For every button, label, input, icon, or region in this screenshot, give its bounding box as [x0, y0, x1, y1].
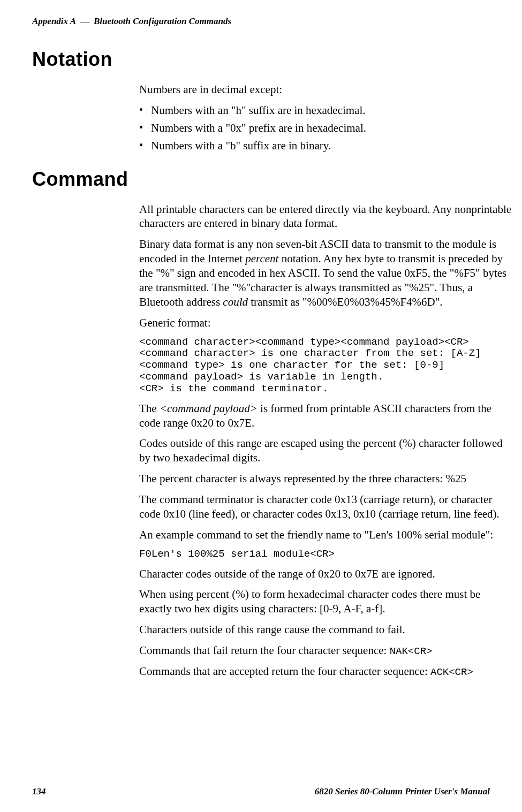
notation-bullets: Numbers with an "h" suffix are in hexade… — [139, 103, 514, 153]
inline-code: NAK<CR> — [390, 646, 433, 657]
inline-code: ACK<CR> — [430, 666, 473, 678]
command-p4: Codes outside of this range are escaped … — [139, 436, 514, 465]
list-item: Numbers with a "b" suffix are in binary. — [139, 139, 514, 153]
text-em: could — [223, 295, 248, 308]
page-footer: 134 6820 Series 80-Column Printer User's… — [32, 786, 490, 797]
command-p8: Character codes outside of the range of … — [139, 567, 514, 581]
command-p11: Commands that fail return the four chara… — [139, 643, 514, 658]
footer-title: 6820 Series 80-Column Printer User's Man… — [315, 786, 490, 797]
notation-body: Numbers are in decimal except: Numbers w… — [139, 82, 514, 153]
command-body: All printable characters can be entered … — [139, 202, 514, 679]
running-head-sep: — — [76, 16, 94, 26]
text-em: <command payload> — [160, 402, 258, 415]
list-item: Numbers with an "h" suffix are in hexade… — [139, 103, 514, 118]
command-p5: The percent character is always represen… — [139, 472, 514, 486]
command-p7: An example command to set the friendly n… — [139, 528, 514, 542]
running-head: Appendix A—Bluetooth Configuration Comma… — [32, 16, 490, 27]
command-p12: Commands that are accepted return the fo… — [139, 664, 514, 679]
running-head-prefix: Appendix A — [32, 16, 76, 26]
command-p10: Characters outside of this range cause t… — [139, 623, 514, 637]
heading-command: Command — [32, 168, 490, 191]
list-item: Numbers with a "0x" prefix are in hexade… — [139, 121, 514, 135]
command-p3: The <command payload> is formed from pri… — [139, 401, 514, 430]
running-head-title: Bluetooth Configuration Commands — [94, 16, 231, 26]
text-run: Commands that are accepted return the fo… — [139, 665, 430, 678]
page: Appendix A—Bluetooth Configuration Comma… — [0, 0, 522, 812]
text-run: Commands that fail return the four chara… — [139, 644, 390, 657]
text-run: The — [139, 402, 160, 415]
code-block-example: F0Len's 100%25 serial module<CR> — [139, 549, 514, 560]
notation-intro: Numbers are in decimal except: — [139, 82, 514, 97]
command-p2: Binary data format is any non seven-bit … — [139, 237, 514, 309]
code-block-generic: <command character><command type><comman… — [139, 337, 514, 395]
heading-notation: Notation — [32, 48, 490, 71]
command-p9: When using percent (%) to form hexadecim… — [139, 587, 514, 616]
command-p1: All printable characters can be entered … — [139, 202, 514, 231]
page-number: 134 — [32, 786, 46, 797]
text-run: transmit as "%00%E0%03%45%F4%6D". — [248, 295, 443, 308]
generic-format-label: Generic format: — [139, 316, 514, 330]
command-p6: The command terminator is character code… — [139, 492, 514, 521]
text-em: percent — [245, 252, 278, 265]
